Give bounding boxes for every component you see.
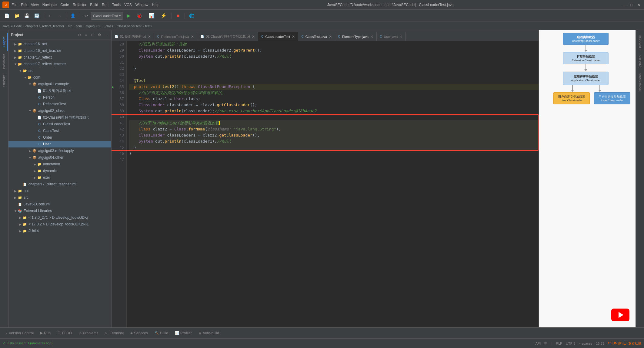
bottom-tab-todo[interactable]: ☰ TODO bbox=[54, 329, 75, 337]
breadcrumb-item-7[interactable]: test2 bbox=[145, 24, 152, 28]
open-button[interactable]: 📁 bbox=[12, 12, 21, 20]
breadcrumb-item-2[interactable]: src bbox=[68, 24, 72, 28]
tree-item-classloadertest[interactable]: ▶ C ClassLoaderTest bbox=[8, 121, 111, 127]
new-file-button[interactable]: 📄 bbox=[2, 12, 11, 20]
run-config-selector[interactable]: ClassLoaderTest ▾ bbox=[91, 12, 123, 20]
tree-item-chapter16-net-teacher[interactable]: ▶ 📁 chapter16_net_teacher bbox=[8, 47, 111, 54]
tab-close-button[interactable]: ✕ bbox=[399, 35, 402, 39]
csdn-status[interactable]: CSDN·腾讯开发者社区 bbox=[608, 341, 642, 346]
menu-run[interactable]: Run bbox=[102, 3, 108, 7]
code-editor[interactable]: 28 29 30 31 32 33 34 ▶ 35 36 37 38 39 40… bbox=[112, 41, 539, 327]
tree-item-com[interactable]: ▼ 📂 com bbox=[8, 74, 111, 81]
tree-item-atguigu03[interactable]: ▶ 📦 atguigu03.reflectapply bbox=[8, 147, 111, 154]
menu-build[interactable]: Build bbox=[90, 3, 98, 7]
menu-view[interactable]: View bbox=[31, 3, 39, 7]
coverage-button[interactable]: 📊 bbox=[146, 12, 157, 20]
bottom-tab-run[interactable]: ▶ Run bbox=[37, 329, 54, 337]
menu-vcs[interactable]: VCS bbox=[124, 3, 132, 7]
menu-tools[interactable]: Tools bbox=[112, 3, 121, 7]
project-settings-button[interactable]: ⚙ bbox=[97, 32, 102, 38]
right-sidebar-item-notifications[interactable]: Notifications bbox=[637, 71, 643, 94]
run-line-icon[interactable]: ▶ bbox=[112, 85, 114, 89]
tab-classtest[interactable]: C ClassTest.java ✕ bbox=[298, 32, 335, 41]
encoding-status[interactable]: UTF-8 bbox=[566, 342, 575, 345]
history-button[interactable]: 👤 bbox=[68, 12, 77, 20]
run-button[interactable]: ▶ bbox=[124, 12, 133, 20]
breadcrumb-item-3[interactable]: com bbox=[76, 24, 82, 28]
tree-item-classtest[interactable]: ▶ C ClassTest bbox=[8, 127, 111, 134]
tab-reflectiontest[interactable]: C ReflectionTest.java ✕ bbox=[154, 32, 198, 41]
bottom-tab-problems[interactable]: ⚠ Problems bbox=[76, 329, 102, 337]
menu-window[interactable]: Window bbox=[135, 3, 148, 7]
right-sidebar-item-jclasslib[interactable]: jclasslib bbox=[637, 53, 643, 70]
menu-edit[interactable]: Edit bbox=[21, 3, 27, 7]
breadcrumb-item-5[interactable]: _class bbox=[104, 24, 113, 28]
lang-status[interactable]: 中 bbox=[544, 341, 548, 346]
hide-panel-button[interactable]: ─ bbox=[103, 32, 109, 38]
bottom-tab-build[interactable]: 🔨 Build bbox=[152, 329, 171, 337]
tree-item-out[interactable]: ▶ 📁 out bbox=[8, 188, 111, 194]
tree-item-external-libs[interactable]: ▼ 📚 External Libraries bbox=[8, 208, 111, 214]
youtube-button[interactable] bbox=[611, 309, 629, 321]
sidebar-item-project[interactable]: Project bbox=[1, 33, 8, 51]
tree-item-person[interactable]: ▶ C Person bbox=[8, 94, 111, 101]
tree-item-atguigu02[interactable]: ▼ 📦 atguigu02_class bbox=[8, 107, 111, 114]
tab-close-button[interactable]: ✕ bbox=[370, 35, 373, 39]
maximize-button[interactable]: □ bbox=[629, 2, 634, 8]
minimize-button[interactable]: ─ bbox=[622, 2, 627, 8]
right-sidebar-item-database[interactable]: Database bbox=[637, 33, 643, 52]
rlf-status[interactable]: RLF bbox=[556, 342, 562, 345]
collapse-all-button[interactable]: ⊟ bbox=[90, 32, 95, 38]
tab-txt1[interactable]: 📄 01-反射的举例.txt ✕ bbox=[112, 32, 154, 41]
bottom-tab-terminal[interactable]: >_ Terminal bbox=[102, 329, 127, 337]
breadcrumb-item-6[interactable]: ClassLoaderTest bbox=[117, 24, 142, 28]
tree-item-jdk17[interactable]: ▶ 📁 < 17.0.2 > D:\develop_tools\JDKjdk-1 bbox=[8, 221, 111, 228]
tree-item-src[interactable]: ▼ 📂 src bbox=[8, 67, 111, 74]
menu-navigate[interactable]: Navigate bbox=[42, 3, 57, 7]
menu-help[interactable]: Help bbox=[152, 3, 159, 7]
menu-code[interactable]: Code bbox=[60, 3, 69, 7]
api-status[interactable]: API bbox=[536, 342, 541, 345]
sidebar-item-structure[interactable]: Structure bbox=[1, 72, 8, 90]
tab-close-button[interactable]: ✕ bbox=[191, 35, 194, 39]
tree-item-exer[interactable]: ▶ 📁 exer bbox=[8, 174, 111, 181]
test-status[interactable]: ✓ Tests passed: 1 (moments ago) bbox=[2, 341, 52, 345]
indent-status[interactable]: 4 spaces bbox=[579, 342, 592, 345]
locate-file-button[interactable]: ⊙ bbox=[77, 32, 82, 38]
tree-item-chapter16-net[interactable]: ▶ 📁 chapter16_net bbox=[8, 41, 111, 47]
back-button[interactable]: ← bbox=[46, 12, 54, 20]
tree-item-txt1[interactable]: ▶ 📄 01-反射的举例.txt bbox=[8, 87, 111, 94]
sidebar-item-bookmarks[interactable]: Bookmarks bbox=[1, 52, 8, 70]
menu-file[interactable]: File bbox=[12, 3, 17, 7]
tree-item-reflectiontest[interactable]: ▶ C ReflectionTest bbox=[8, 101, 111, 107]
forward-button[interactable]: → bbox=[55, 12, 63, 20]
tree-item-txt2[interactable]: ▶ 📄 02-Class的理解与类的加载.t bbox=[8, 114, 111, 121]
tree-item-annotation[interactable]: ▶ 📁 annotation bbox=[8, 161, 111, 167]
tab-txt2[interactable]: 📄 02-Class的理解与类的加载.txt ✕ bbox=[197, 32, 258, 41]
stop-button[interactable]: ■ bbox=[174, 12, 182, 20]
tree-item-chapter17-reflect[interactable]: ▶ 📁 chapter17_reflect bbox=[8, 54, 111, 61]
tab-classloadertest[interactable]: C ClassLoaderTest ✕ bbox=[258, 32, 298, 41]
tree-item-src2[interactable]: ▶ 📁 src bbox=[8, 194, 111, 201]
bottom-tab-versioncontrol[interactable]: ⑂ Version Control bbox=[2, 329, 37, 337]
menu-refactor[interactable]: Refactor bbox=[73, 3, 86, 7]
tree-item-javasecode-iml[interactable]: ▶ 📋 JavaSECode.iml bbox=[8, 201, 111, 208]
bottom-tab-profiler[interactable]: 📊 Profiler bbox=[172, 329, 195, 337]
breadcrumb-item-0[interactable]: JavaSECode bbox=[2, 24, 22, 28]
tree-item-user[interactable]: ▶ C User bbox=[8, 141, 111, 147]
breadcrumb-item-1[interactable]: chapter17_reflect_teacher bbox=[25, 24, 64, 28]
save-button[interactable]: 💾 bbox=[22, 12, 31, 20]
close-button[interactable]: ✕ bbox=[636, 2, 642, 8]
tab-elementtype[interactable]: C ElementType.java ✕ bbox=[335, 32, 377, 41]
tab-close-button[interactable]: ✕ bbox=[292, 35, 295, 39]
expand-all-button[interactable]: ≡ bbox=[83, 32, 89, 38]
sync-button[interactable]: 🔄 bbox=[32, 12, 41, 20]
undo-button[interactable]: ↩ bbox=[82, 12, 90, 20]
bottom-tab-autobuild[interactable]: ⚙ Auto-build bbox=[195, 329, 222, 337]
tree-item-atguigu01[interactable]: ▼ 📦 atguigu01.example bbox=[8, 81, 111, 87]
tree-item-atguigu04[interactable]: ▼ 📦 atguigu04.other bbox=[8, 154, 111, 161]
tab-close-button[interactable]: ✕ bbox=[329, 35, 332, 39]
tab-close-button[interactable]: ✕ bbox=[148, 35, 151, 39]
tree-item-dynamic[interactable]: ▶ 📁 dynamic bbox=[8, 167, 111, 174]
tree-item-iml[interactable]: ▶ 📋 chapter17_reflect_teacher.iml bbox=[8, 181, 111, 188]
